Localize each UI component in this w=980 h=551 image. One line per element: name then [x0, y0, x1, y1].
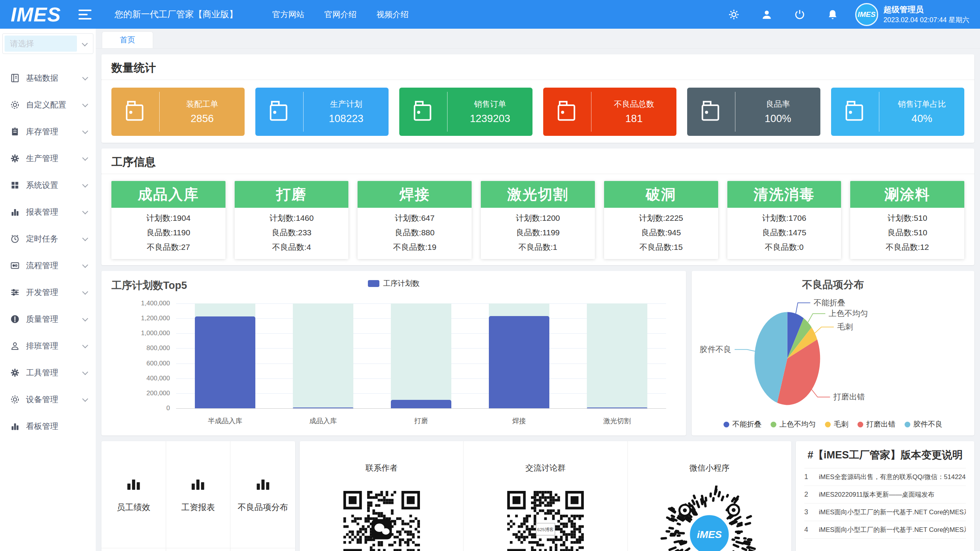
chevron-down-icon	[82, 369, 88, 375]
stat-card-1[interactable]: 生产计划108223	[255, 88, 389, 136]
pie-legend-item[interactable]: 打磨出错	[858, 419, 895, 429]
process-name: 破洞	[604, 181, 718, 208]
app-logo: IMES	[11, 3, 61, 26]
sidebar-item-tools[interactable]: 工具管理	[0, 359, 96, 386]
tab-home[interactable]: 首页	[102, 31, 153, 48]
legend-dot	[905, 422, 910, 427]
pie-legend-item[interactable]: 胶件不良	[905, 419, 942, 429]
pie-legend-item[interactable]: 毛刺	[825, 419, 848, 429]
process-plan-count: 计划数:647	[358, 211, 472, 225]
sidebar-item-development[interactable]: 开发管理	[0, 279, 96, 306]
changelog-text: iMES全套源码出售，有意的联系QQ/微信：514224717	[819, 473, 966, 481]
settings-gear-icon[interactable]	[728, 9, 740, 20]
chevron-down-icon	[82, 155, 88, 161]
bell-icon[interactable]	[827, 9, 838, 20]
bar-background-band	[391, 303, 452, 408]
nav-link-site-intro[interactable]: 官网介绍	[324, 9, 356, 20]
stat-label: 销售订单占比	[879, 99, 964, 109]
clipboard-icon	[10, 127, 20, 137]
stat-card-5[interactable]: 销售订单占比40%	[831, 88, 964, 136]
sidebar-item-system-settings[interactable]: 系统设置	[0, 172, 96, 199]
changelog-number: 4	[804, 526, 810, 534]
shortcut-2[interactable]: 不良品项分布	[230, 441, 295, 548]
legend-label: 胶件不良	[913, 419, 942, 429]
miniprogram-qr-code: iMESS	[660, 486, 758, 551]
sidebar-item-inventory[interactable]: 库存管理	[0, 118, 96, 145]
y-axis-tick-label: 600,000	[147, 360, 170, 367]
stat-card-4[interactable]: 良品率100%	[687, 88, 820, 136]
changelog-row-3[interactable]: 4iMES面向小型工厂的新一代基于.NET Core的MES系统__PC端	[804, 521, 966, 539]
user-icon[interactable]	[761, 9, 773, 20]
changelog-row-1[interactable]: 2iMES20220911版本更新——桌面端发布	[804, 486, 966, 504]
pie-chart-title: 不良品项分布	[692, 278, 974, 292]
process-good-count: 良品数:1199	[481, 225, 595, 240]
pie-legend-item[interactable]: 不能折叠	[724, 419, 761, 429]
bar-chart-card[interactable]: 工序计划数Top5 工序计划数 1,400,0001,200,0001,000,…	[101, 271, 686, 435]
process-panel: 工序信息 成品入库计划数:1904良品数:1190不良品数:27打磨计划数:14…	[101, 148, 974, 265]
process-plan-count: 计划数:1706	[727, 211, 841, 225]
bar-焊接[interactable]	[489, 316, 550, 408]
stat-card-0[interactable]: 装配工单2856	[111, 88, 245, 136]
pie-svg[interactable]: 不能折叠上色不均匀毛刺打磨出错胶件不良	[692, 295, 974, 420]
stat-card-3[interactable]: 不良品总数181	[543, 88, 676, 136]
alert-icon	[10, 314, 20, 324]
sidebar-item-label: 设备管理	[26, 394, 83, 405]
sidebar-select[interactable]: 请选择	[2, 33, 93, 54]
stat-card-2[interactable]: 销售订单1239203	[399, 88, 532, 136]
process-name: 打磨	[235, 181, 349, 208]
process-plan-count: 计划数:1200	[481, 211, 595, 225]
squares-icon	[10, 180, 20, 190]
shortcut-3[interactable]: 不良品项汇总	[101, 548, 166, 551]
y-axis-tick-label: 1,400,000	[141, 300, 170, 307]
shortcut-5[interactable]: 产量统计	[230, 548, 295, 551]
pie-chart-card[interactable]: 不良品项分布 不能折叠上色不均匀毛刺打磨出错胶件不良 不能折叠上色不均匀毛刺打磨…	[692, 271, 974, 435]
bar-打磨[interactable]	[391, 400, 452, 408]
sidebar-item-shift[interactable]: 排班管理	[0, 333, 96, 359]
bar-chart-legend[interactable]: 工序计划数	[101, 279, 686, 289]
pie-legend-item[interactable]: 上色不均匀	[771, 419, 816, 429]
user-name: 超级管理员	[884, 4, 969, 15]
bar-激光切割[interactable]	[587, 408, 648, 408]
nav-link-video-intro[interactable]: 视频介绍	[376, 9, 408, 20]
x-axis-category-label: 打磨	[372, 416, 470, 425]
process-bad-count: 不良品数:19	[358, 240, 472, 254]
process-bad-count: 不良品数:27	[111, 240, 225, 254]
chevron-down-icon	[82, 208, 88, 214]
sidebar-item-workflow[interactable]: 流程管理	[0, 252, 96, 279]
sidebar-menu: 基础数据自定义配置库存管理生产管理系统设置报表管理定时任务流程管理开发管理质量管…	[0, 58, 96, 440]
sidebar-item-reports[interactable]: 报表管理	[0, 199, 96, 225]
sidebar-item-dashboard[interactable]: 看板管理	[0, 413, 96, 440]
shortcut-4[interactable]: 生产报表	[166, 548, 231, 551]
datetime: 2023.02.04 02:07:44 星期六	[884, 15, 969, 24]
sidebar-item-base-data[interactable]: 基础数据	[0, 65, 96, 91]
chevron-down-icon	[82, 342, 88, 348]
process-plan-count: 计划数:1460	[235, 211, 349, 225]
process-card-3: 激光切割计划数:1200良品数:1199不良品数:1	[481, 181, 595, 259]
sidebar-item-custom-config[interactable]: 自定义配置	[0, 91, 96, 118]
legend-dot	[724, 422, 729, 427]
sidebar-item-quality[interactable]: 质量管理	[0, 306, 96, 333]
doc-icon	[10, 73, 20, 83]
changelog-text: iMES面向小型工厂的新一代基于.NET Core的MES系统__移动端	[819, 508, 966, 517]
sidebar-item-label: 排班管理	[26, 341, 83, 351]
changelog-row-0[interactable]: 1iMES全套源码出售，有意的联系QQ/微信：514224717	[804, 468, 966, 486]
power-icon[interactable]	[794, 9, 805, 20]
sidebar: 请选择 基础数据自定义配置库存管理生产管理系统设置报表管理定时任务流程管理开发管…	[0, 29, 96, 551]
sidebar-item-production[interactable]: 生产管理	[0, 145, 96, 172]
sidebar-item-scheduled-tasks[interactable]: 定时任务	[0, 225, 96, 252]
shortcut-0[interactable]: 员工绩效	[101, 441, 166, 548]
shortcut-1[interactable]: 工资报表	[166, 441, 231, 548]
chevron-down-icon	[82, 315, 88, 321]
avatar[interactable]: IMES	[855, 3, 878, 26]
nav-link-official-site[interactable]: 官方网站	[272, 9, 304, 20]
changelog-row-2[interactable]: 3iMES面向小型工厂的新一代基于.NET Core的MES系统__移动端	[804, 504, 966, 521]
menu-toggle-icon[interactable]	[78, 10, 91, 20]
miniprogram-section: 微信小程序 iMESS	[628, 441, 791, 551]
discussion-group-section: 交流讨论群 625博客 群名称:625博客 群 号:200884004	[464, 441, 627, 551]
x-axis-category-label: 激光切割	[568, 416, 666, 425]
bar-成品入库[interactable]	[293, 408, 354, 408]
sidebar-item-equipment[interactable]: 设备管理	[0, 386, 96, 413]
process-card-4: 破洞计划数:2225良品数:945不良品数:15	[604, 181, 718, 259]
sidebar-item-label: 开发管理	[26, 287, 83, 298]
bar-半成品入库[interactable]	[195, 316, 256, 408]
